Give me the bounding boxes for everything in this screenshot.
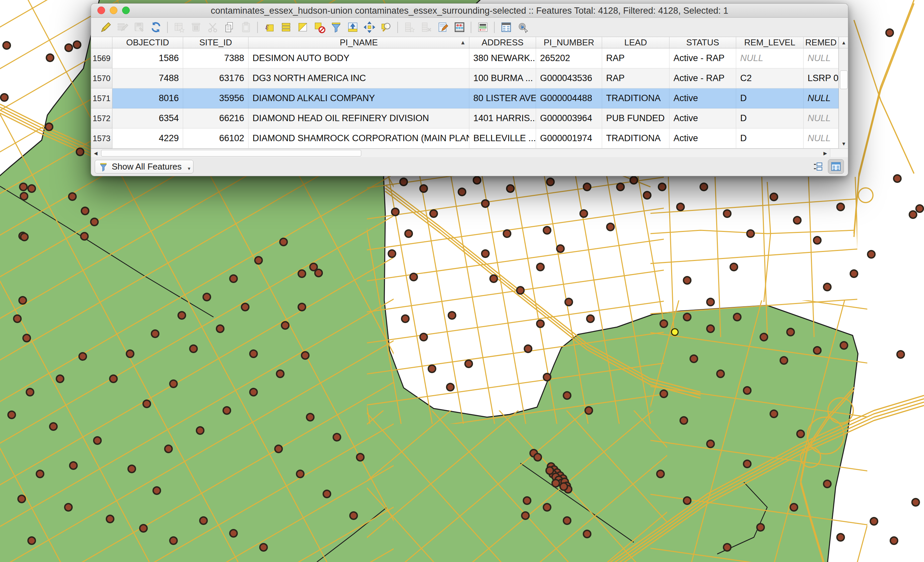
- contamination-site-dot[interactable]: [644, 192, 651, 199]
- cell-pi_number[interactable]: G000004488: [536, 89, 602, 108]
- contamination-site-dot[interactable]: [824, 283, 831, 291]
- cell-status[interactable]: Active: [669, 89, 736, 108]
- cell-pi_name[interactable]: DESIMON AUTO BODY: [249, 48, 470, 68]
- cell-address[interactable]: 100 BURMA ...: [470, 68, 536, 89]
- contamination-site-dot[interactable]: [787, 328, 794, 336]
- contamination-site-dot[interactable]: [617, 183, 624, 191]
- move-selection-to-top-button[interactable]: [345, 20, 360, 35]
- form-view-toggle[interactable]: [810, 159, 826, 174]
- contamination-site-dot[interactable]: [56, 375, 64, 382]
- cell-pi_number[interactable]: G000001974: [536, 128, 602, 149]
- table-view-toggle[interactable]: [828, 159, 844, 174]
- contamination-site-dot[interactable]: [250, 350, 257, 358]
- contamination-site-dot[interactable]: [81, 233, 88, 240]
- contamination-site-dot[interactable]: [700, 183, 708, 191]
- cell-remed[interactable]: NULL: [804, 108, 838, 128]
- contamination-site-dot[interactable]: [580, 210, 587, 217]
- contamination-site-dot[interactable]: [630, 177, 638, 184]
- contamination-site-dot[interactable]: [660, 320, 668, 328]
- cell-address[interactable]: 1401 HARRIS...: [470, 108, 536, 128]
- contamination-site-dot[interactable]: [392, 208, 399, 216]
- contamination-site-dot[interactable]: [36, 470, 44, 478]
- contamination-site-dot[interactable]: [794, 216, 801, 224]
- contamination-site-dot[interactable]: [275, 445, 282, 452]
- pan-to-selection-button[interactable]: [362, 20, 376, 35]
- contamination-site-dot[interactable]: [482, 250, 489, 257]
- cell-address[interactable]: BELLEVILLE ...: [470, 128, 536, 149]
- cell-rem_level[interactable]: NULL: [736, 48, 804, 68]
- contamination-site-dot[interactable]: [128, 465, 135, 473]
- contamination-site-dot[interactable]: [563, 517, 571, 524]
- table-row-1572[interactable]: 1572635466216DIAMOND HEAD OIL REFINERY D…: [91, 108, 838, 128]
- contamination-site-dot[interactable]: [507, 185, 514, 192]
- contamination-site-dot[interactable]: [897, 351, 904, 358]
- contamination-site-dot[interactable]: [490, 275, 497, 283]
- contamination-site-dot[interactable]: [405, 230, 412, 237]
- contamination-site-dot[interactable]: [428, 365, 436, 373]
- cell-pi_name[interactable]: DIAMOND ALKALI COMPANY: [249, 89, 470, 108]
- toggle-editing-button[interactable]: [98, 20, 113, 35]
- contamination-site-dot[interactable]: [757, 524, 764, 531]
- selected-feature-dot[interactable]: [672, 329, 678, 335]
- contamination-site-dot[interactable]: [824, 480, 831, 488]
- contamination-site-dot[interactable]: [447, 383, 454, 391]
- table-row-1573[interactable]: 1573422966102DIAMOND SHAMROCK CORPORATIO…: [91, 128, 838, 149]
- contamination-site-dot[interactable]: [780, 357, 788, 364]
- contamination-site-dot[interactable]: [909, 211, 916, 218]
- cell-remed[interactable]: NULL: [804, 48, 838, 68]
- contamination-site-dot[interactable]: [76, 148, 84, 156]
- row-number[interactable]: 1569: [91, 48, 112, 68]
- cell-rem_level[interactable]: C2: [736, 68, 804, 89]
- contamination-site-dot[interactable]: [196, 427, 204, 434]
- cell-objectid[interactable]: 6354: [112, 108, 183, 128]
- contamination-site-dot[interactable]: [734, 313, 741, 321]
- contamination-site-dot[interactable]: [81, 207, 89, 215]
- contamination-site-dot[interactable]: [65, 503, 72, 511]
- cell-address[interactable]: 80 LISTER AVE: [470, 89, 536, 108]
- select-by-expression-button[interactable]: ε: [262, 20, 276, 35]
- contamination-site-dot[interactable]: [190, 345, 197, 352]
- contamination-site-dot[interactable]: [684, 276, 691, 284]
- contamination-site-dot[interactable]: [684, 313, 691, 321]
- invert-selection-button[interactable]: [295, 20, 310, 35]
- contamination-site-dot[interactable]: [410, 273, 417, 281]
- cell-pi_name[interactable]: DG3 NORTH AMERICA INC: [249, 68, 470, 89]
- cell-remed[interactable]: LSRP 0-: [804, 68, 838, 89]
- contamination-site-dot[interactable]: [658, 183, 666, 191]
- contamination-site-dot[interactable]: [298, 270, 306, 277]
- cell-status[interactable]: Active - RAP: [669, 68, 736, 89]
- contamination-site-dot[interactable]: [584, 183, 591, 191]
- cell-site_id[interactable]: 66102: [183, 128, 249, 149]
- contamination-site-dot[interactable]: [255, 257, 262, 264]
- contamination-site-dot[interactable]: [302, 352, 309, 359]
- copy-button[interactable]: [222, 20, 237, 35]
- contamination-site-dot[interactable]: [607, 223, 614, 231]
- column-header-lead[interactable]: LEAD: [602, 37, 669, 48]
- cell-lead[interactable]: TRADITIONA: [602, 128, 669, 149]
- scroll-up-arrow-icon[interactable]: ▲: [839, 37, 848, 48]
- scroll-right-arrow-icon[interactable]: ▶: [820, 149, 830, 158]
- contamination-site-dot[interactable]: [657, 470, 664, 478]
- contamination-site-dot[interactable]: [587, 315, 594, 322]
- contamination-site-dot[interactable]: [91, 218, 98, 225]
- contamination-site-dot[interactable]: [282, 322, 289, 329]
- contamination-site-dot[interactable]: [230, 530, 237, 537]
- contamination-site-dot[interactable]: [110, 375, 117, 382]
- field-calculator-button[interactable]: [435, 20, 450, 35]
- cell-objectid[interactable]: 4229: [112, 128, 183, 149]
- contamination-site-dot[interactable]: [797, 430, 804, 437]
- contamination-site-dot[interactable]: [534, 454, 542, 461]
- contamination-site-dot[interactable]: [216, 325, 224, 332]
- horizontal-scrollbar[interactable]: ◀ ▶: [91, 149, 848, 158]
- contamination-site-dot[interactable]: [70, 462, 77, 469]
- column-header-status[interactable]: STATUS: [669, 37, 736, 48]
- cell-site_id[interactable]: 66216: [183, 108, 249, 128]
- contamination-site-dot[interactable]: [1, 94, 8, 101]
- horizontal-scrollbar-thumb[interactable]: [101, 150, 361, 156]
- contamination-site-dot[interactable]: [560, 483, 567, 490]
- window-titlebar[interactable]: contaminates_essex_hudson-union contamin…: [91, 4, 848, 18]
- contamination-site-dot[interactable]: [557, 245, 564, 252]
- column-header-rem_level[interactable]: REM_LEVEL: [736, 37, 804, 48]
- cell-rem_level[interactable]: D: [736, 128, 804, 149]
- contamination-site-dot[interactable]: [126, 350, 134, 358]
